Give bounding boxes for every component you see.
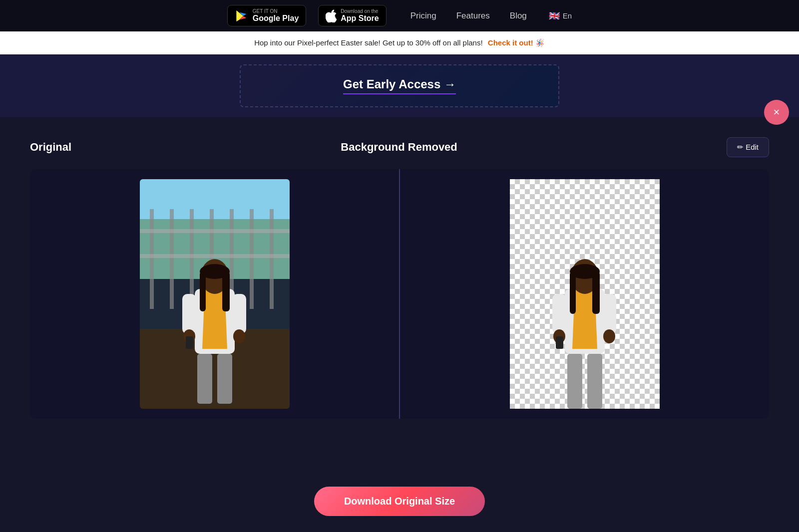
promo-banner: Hop into our Pixel-perfect Easter sale! … <box>0 31 799 54</box>
svg-rect-32 <box>592 271 600 314</box>
features-link[interactable]: Features <box>456 11 490 21</box>
svg-rect-37 <box>556 336 563 349</box>
processed-image <box>510 179 660 409</box>
processed-image-panel <box>400 169 769 419</box>
blog-link[interactable]: Blog <box>510 11 527 21</box>
svg-rect-18 <box>200 271 206 311</box>
original-image <box>140 179 290 409</box>
early-access-button[interactable]: Get Early Access → <box>343 77 456 94</box>
svg-rect-19 <box>222 271 230 311</box>
svg-rect-31 <box>570 271 576 314</box>
language-selector[interactable]: 🇬🇧 En <box>549 10 572 21</box>
app-store-label-big: App Store <box>341 14 379 23</box>
close-button[interactable]: × <box>764 100 789 125</box>
google-play-icon <box>235 9 249 23</box>
main-content-area: Original Background Removed ✏ Edit <box>0 117 799 467</box>
svg-rect-15 <box>217 354 232 404</box>
svg-rect-20 <box>182 294 196 334</box>
pricing-link[interactable]: Pricing <box>410 11 436 21</box>
edit-button[interactable]: ✏ Edit <box>727 137 769 157</box>
app-store-button[interactable]: Download on the App Store <box>318 5 386 26</box>
download-button[interactable]: Download Original Size <box>314 487 485 516</box>
svg-rect-28 <box>587 354 602 409</box>
app-store-label-small: Download on the <box>341 8 379 14</box>
google-play-label-small: GET IT ON <box>253 8 299 14</box>
svg-rect-34 <box>602 294 616 334</box>
original-photo-svg <box>140 179 290 409</box>
svg-rect-10 <box>140 254 290 258</box>
apple-icon <box>326 9 337 22</box>
banner-link[interactable]: Check it out! 🪅 <box>488 38 545 47</box>
google-play-label-big: Google Play <box>253 14 299 23</box>
banner-text: Hop into our Pixel-perfect Easter sale! … <box>254 38 482 47</box>
original-image-panel <box>30 169 399 419</box>
comparison-header: Original Background Removed ✏ Edit <box>30 137 769 157</box>
svg-rect-27 <box>567 354 582 409</box>
nav-links: Pricing Features Blog <box>410 11 527 21</box>
top-navigation: GET IT ON Google Play Download on the Ap… <box>0 0 799 31</box>
early-access-section: Get Early Access → <box>240 64 559 107</box>
lang-label: En <box>563 11 572 20</box>
processed-photo-svg <box>510 179 660 409</box>
original-label: Original <box>30 141 71 154</box>
flag-icon: 🇬🇧 <box>549 10 560 21</box>
svg-point-23 <box>233 329 245 343</box>
comparison-labels: Original Background Removed ✏ Edit <box>30 137 769 157</box>
svg-rect-9 <box>140 229 290 233</box>
svg-rect-7 <box>250 209 254 309</box>
google-play-button[interactable]: GET IT ON Google Play <box>227 5 306 26</box>
download-area: Download Original Size <box>0 467 799 532</box>
svg-rect-14 <box>197 354 212 404</box>
bg-removed-label: Background Removed <box>71 141 727 154</box>
svg-rect-8 <box>270 209 274 309</box>
svg-rect-24 <box>186 336 193 349</box>
svg-point-36 <box>603 329 615 343</box>
images-comparison-area <box>30 169 769 419</box>
svg-rect-3 <box>170 209 174 309</box>
svg-rect-33 <box>552 294 566 334</box>
svg-rect-21 <box>232 294 246 334</box>
svg-rect-2 <box>150 209 154 309</box>
